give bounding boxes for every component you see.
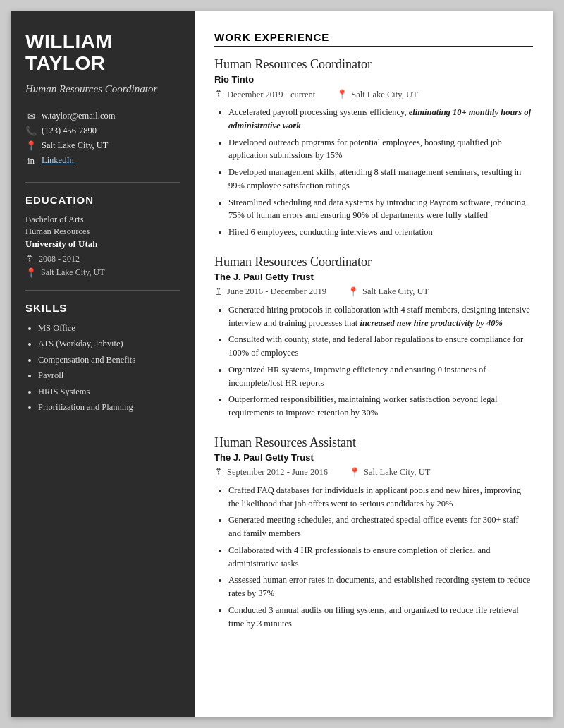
job-meta-1: 🗓 December 2019 - current 📍 Salt Lake Ci… [214,89,533,100]
job-date-1: 🗓 December 2019 - current [214,89,315,100]
divider-education [25,182,180,183]
candidate-title: Human Resources Coordinator [25,82,180,97]
phone-icon: 📞 [25,126,37,137]
job-block-3: Human Resources Assistant The J. Paul Ge… [214,435,533,631]
email-text: w.taylor@email.com [42,111,115,121]
job-company-1: Rio Tinto [214,74,533,85]
job-company-2: The J. Paul Getty Trust [214,272,533,282]
job-bullets-2: Generated hiring protocols in collaborat… [214,303,533,420]
contact-section: ✉ w.taylor@email.com 📞 (123) 456-7890 📍 … [25,111,180,166]
divider-skills [25,290,180,291]
location-text: Salt Lake City, UT [42,140,108,151]
job-company-3: The J. Paul Getty Trust [214,452,533,463]
bullet-item: Conducted 3 annual audits on filing syst… [228,604,533,631]
skills-list: MS Office ATS (Workday, Jobvite) Compens… [25,322,180,414]
job-bullets-3: Crafted FAQ databases for individuals in… [214,484,533,631]
linkedin-item[interactable]: in LinkedIn [25,155,180,166]
location-icon-1: 📍 [336,89,348,100]
location-icon: 📍 [25,140,37,152]
location-icon-edu: 📍 [25,267,37,279]
bullet-item: Assessed human error rates in documents,… [228,574,533,600]
work-experience-title: WORK EXPERIENCE [214,31,533,47]
location-item: 📍 Salt Lake City, UT [25,140,180,152]
job-block-1: Human Resources Coordinator Rio Tinto 🗓 … [214,57,533,239]
edu-major: Human Resources [25,226,180,237]
location-icon-3: 📍 [349,467,360,478]
sidebar: WILLIAM TAYLOR Human Resources Coordinat… [11,11,195,717]
education-section-title: EDUCATION [25,194,180,206]
skill-item: ATS (Workday, Jobvite) [38,338,180,351]
bullet-item: Developed management skills, attending 8… [228,166,533,193]
location-icon-2: 📍 [348,286,359,298]
bullet-item: Developed outreach programs for potentia… [228,136,533,163]
bullet-item: Outperformed responsibilities, maintaini… [228,393,533,420]
job-bullets-1: Accelerated payroll processing systems e… [214,106,533,239]
calendar-icon-1: 🗓 [214,89,223,100]
calendar-icon-edu: 🗓 [25,254,35,265]
edu-degree: Bachelor of Arts [25,214,180,225]
skill-item: MS Office [38,322,180,335]
edu-years: 🗓 2008 - 2012 [25,254,180,265]
job-date-2: 🗓 June 2016 - December 2019 [214,286,326,298]
edu-university: University of Utah [25,238,180,250]
resume-container: WILLIAM TAYLOR Human Resources Coordinat… [11,11,553,717]
candidate-name: WILLIAM TAYLOR [25,31,180,75]
bullet-item: Organized HR systems, improving efficien… [228,363,533,390]
phone-text: (123) 456-7890 [42,126,97,136]
main-content: WORK EXPERIENCE Human Resources Coordina… [195,11,553,717]
skill-item: HRIS Systems [38,386,180,399]
bullet-item: Consulted with county, state, and federa… [228,333,533,360]
job-title-2: Human Resources Coordinator [214,255,533,269]
job-meta-2: 🗓 June 2016 - December 2019 📍 Salt Lake … [214,286,533,298]
skills-section-title: SKILLS [25,302,180,314]
job-title-3: Human Resources Assistant [214,435,533,450]
edu-location: 📍 Salt Lake City, UT [25,267,180,279]
calendar-icon-3: 🗓 [214,467,223,478]
phone-item: 📞 (123) 456-7890 [25,126,180,137]
job-location-1: 📍 Salt Lake City, UT [336,89,417,100]
skill-item: Compensation and Benefits [38,354,180,367]
bullet-item: Generated meeting schedules, and orchest… [228,514,533,540]
skill-item: Payroll [38,370,180,382]
linkedin-text[interactable]: LinkedIn [42,155,74,166]
job-title-1: Human Resources Coordinator [214,57,533,72]
linkedin-icon: in [25,155,37,166]
bullet-item: Hired 6 employees, conducting interviews… [228,226,533,239]
bullet-item: Crafted FAQ databases for individuals in… [228,484,533,511]
job-meta-3: 🗓 September 2012 - June 2016 📍 Salt Lake… [214,467,533,478]
email-icon: ✉ [25,111,37,122]
bullet-item: Streamlined scheduling and data systems … [228,196,533,223]
email-item: ✉ w.taylor@email.com [25,111,180,122]
job-date-3: 🗓 September 2012 - June 2016 [214,467,328,478]
job-location-3: 📍 Salt Lake City, UT [349,467,430,478]
bullet-item: Collaborated with 4 HR professionals to … [228,544,533,571]
job-block-2: Human Resources Coordinator The J. Paul … [214,255,533,420]
job-location-2: 📍 Salt Lake City, UT [348,286,429,298]
bullet-item: Generated hiring protocols in collaborat… [228,303,533,330]
skill-item: Prioritization and Planning [38,401,180,414]
bullet-item: Accelerated payroll processing systems e… [228,106,533,133]
calendar-icon-2: 🗓 [214,286,223,298]
